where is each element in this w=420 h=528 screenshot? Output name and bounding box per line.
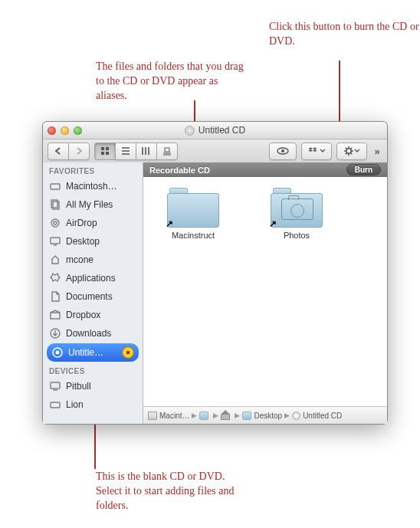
hd-icon	[148, 412, 157, 420]
window-title-text: Untitled CD	[199, 125, 245, 136]
hd-icon	[49, 398, 61, 411]
svg-rect-18	[51, 382, 60, 389]
dropbox-toolbar-button[interactable]	[301, 143, 332, 160]
svg-point-17	[56, 351, 60, 355]
coverflow-view-button[interactable]	[156, 143, 178, 160]
svg-rect-13	[51, 238, 60, 244]
minimize-button[interactable]	[61, 126, 69, 135]
path-item-root[interactable]: Macint…	[148, 412, 189, 420]
sidebar-item-downloads[interactable]: Downloads	[43, 324, 143, 343]
sidebar-item-applications[interactable]: Applications	[43, 269, 143, 287]
hd-icon	[49, 180, 61, 192]
cd-icon	[185, 126, 195, 136]
content-header-title: Recordable CD	[149, 166, 210, 175]
sidebar-item-dropbox[interactable]: Dropbox	[43, 306, 143, 324]
svg-rect-3	[106, 152, 109, 155]
folder-photos[interactable]: ↗ Photos	[262, 188, 331, 240]
folder-macinstruct[interactable]: ↗ Macinstruct	[159, 188, 228, 240]
sidebar-item-lion[interactable]: Lion	[43, 395, 143, 414]
svg-point-11	[51, 219, 59, 227]
back-button[interactable]	[48, 143, 68, 160]
window-title: Untitled CD	[43, 125, 387, 136]
applications-icon	[49, 272, 61, 284]
favorites-header: FAVORITES	[43, 162, 143, 177]
nav-buttons	[48, 143, 90, 160]
annotation-aliases: The files and folders that you drag to t…	[96, 60, 249, 103]
sidebar-item-untitled-cd[interactable]: Untitle…	[47, 343, 139, 362]
finder-window: Untitled CD » FAVORITES Macintosh… All M…	[42, 121, 388, 425]
devices-header: DEVICES	[43, 362, 143, 377]
burn-button[interactable]: Burn	[346, 164, 381, 175]
content-header: Recordable CD Burn	[143, 162, 387, 177]
svg-rect-1	[106, 147, 109, 150]
all-files-icon	[49, 198, 61, 211]
svg-rect-4	[165, 148, 169, 152]
svg-rect-8	[51, 184, 60, 189]
svg-rect-14	[51, 313, 60, 319]
folder-icon: ↗	[271, 188, 323, 228]
sidebar-item-macintosh-hd[interactable]: Macintosh…	[43, 177, 143, 195]
chevron-right-icon: ▶	[192, 412, 197, 419]
sidebar-item-desktop[interactable]: Desktop	[43, 232, 143, 251]
sidebar-item-pitbull[interactable]: Pitbull	[43, 377, 143, 395]
computer-icon	[49, 380, 61, 392]
sidebar: FAVORITES Macintosh… All My Files AirDro…	[43, 162, 143, 424]
content-area: Recordable CD Burn ↗ Macinstruct ↗ Photo…	[143, 162, 387, 424]
folder-label: Photos	[262, 231, 331, 240]
view-buttons	[94, 143, 178, 160]
folder-label: Macinstruct	[159, 231, 228, 240]
cd-icon	[292, 412, 300, 420]
sidebar-item-documents[interactable]: Documents	[43, 287, 143, 306]
svg-point-12	[54, 221, 57, 225]
column-view-button[interactable]	[136, 143, 156, 160]
sidebar-item-home[interactable]: mcone	[43, 251, 143, 269]
folder-icon: ↗	[167, 188, 219, 228]
downloads-icon	[49, 327, 61, 339]
airdrop-icon	[49, 217, 61, 229]
burn-icon	[51, 346, 64, 359]
path-bar: Macint… ▶ ▶ ▶ Desktop ▶ Untitled CD	[143, 406, 387, 424]
folder-icon	[199, 412, 208, 420]
alias-arrow-icon: ↗	[166, 218, 173, 229]
burn-badge-icon	[122, 346, 134, 359]
forward-button[interactable]	[68, 143, 90, 160]
folder-icon	[242, 412, 251, 420]
svg-rect-2	[101, 152, 104, 155]
desktop-icon	[49, 235, 61, 248]
path-item-home[interactable]	[221, 412, 232, 420]
path-item-cd[interactable]: Untitled CD	[292, 412, 342, 420]
zoom-button[interactable]	[74, 126, 82, 135]
svg-rect-19	[51, 402, 60, 408]
chevron-right-icon: ▶	[284, 412, 290, 419]
camera-icon	[281, 198, 313, 220]
alias-arrow-icon: ↗	[269, 218, 277, 229]
home-icon	[221, 412, 230, 420]
sidebar-item-airdrop[interactable]: AirDrop	[43, 214, 143, 232]
chevron-right-icon: ▶	[235, 412, 240, 419]
toolbar-overflow[interactable]: »	[372, 146, 382, 157]
close-button[interactable]	[48, 126, 56, 135]
icon-view-button[interactable]	[94, 143, 115, 160]
annotation-burn: Click this button to burn the CD or DVD.	[269, 20, 420, 49]
titlebar: Untitled CD	[43, 122, 387, 139]
annotation-cd: This is the blank CD or DVD. Select it t…	[96, 470, 249, 513]
path-item-desktop[interactable]: Desktop	[242, 412, 282, 420]
quicklook-button[interactable]	[269, 143, 297, 160]
documents-icon	[49, 290, 61, 303]
icon-view[interactable]: ↗ Macinstruct ↗ Photos	[143, 177, 387, 406]
home-icon	[49, 254, 61, 266]
svg-point-7	[346, 149, 351, 153]
toolbar: »	[43, 139, 387, 163]
dropbox-icon	[49, 309, 61, 321]
svg-rect-0	[101, 147, 104, 150]
list-view-button[interactable]	[115, 143, 136, 160]
path-item-users[interactable]	[199, 412, 211, 420]
svg-point-6	[281, 149, 284, 152]
chevron-right-icon: ▶	[213, 412, 218, 419]
action-button[interactable]	[336, 143, 367, 160]
sidebar-item-all-my-files[interactable]: All My Files	[43, 195, 143, 214]
traffic-lights	[48, 126, 82, 135]
